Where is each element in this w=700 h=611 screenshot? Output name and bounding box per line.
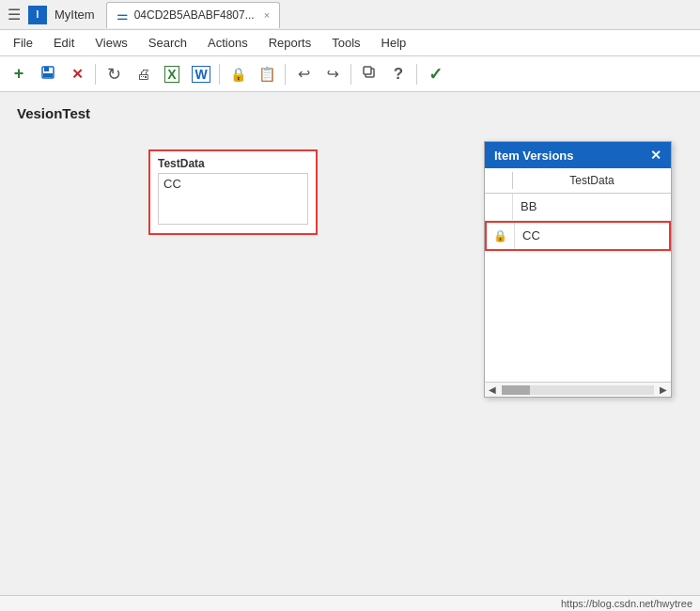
lock-icon: 🔒: [230, 67, 246, 82]
lock-small-icon: 🔒: [493, 229, 507, 243]
toolbar-separator-2: [219, 64, 220, 85]
svg-rect-1: [44, 67, 49, 71]
scrollbar-thumb: [502, 385, 530, 395]
testdata-label: TestData: [158, 157, 308, 170]
toolbar-separator-5: [416, 64, 417, 85]
toolbar-separator-3: [285, 64, 286, 85]
help-icon: ?: [394, 65, 403, 84]
doc-button[interactable]: 📋: [254, 61, 280, 87]
cancel-button[interactable]: ✕: [64, 61, 90, 87]
status-url: https://blog.csdn.net/hwytree: [561, 598, 692, 609]
menu-bar: File Edit Views Search Actions Reports T…: [0, 30, 700, 56]
scrollbar-track: [502, 385, 654, 395]
redo-button[interactable]: ↩: [319, 61, 346, 87]
versions-col-testdata-label: TestData: [513, 172, 671, 189]
active-tab[interactable]: ⚌ 04CD2B5ABABF4807... ×: [106, 2, 281, 28]
tab-close-button[interactable]: ×: [264, 9, 270, 21]
status-bar: https://blog.csdn.net/hwytree: [0, 595, 700, 611]
versions-col-spacer: [485, 172, 513, 189]
toolbar-separator-4: [350, 64, 351, 85]
versions-row-bb[interactable]: BB: [485, 194, 671, 221]
versions-column-header: TestData: [485, 168, 671, 194]
doc-icon: 📋: [258, 66, 276, 83]
page-title: VesionTest: [17, 105, 683, 121]
scrollbar-right-arrow[interactable]: ▶: [656, 384, 671, 395]
copy-icon: [362, 65, 377, 84]
tab-icon: ⚌: [117, 8, 129, 23]
main-content: VesionTest TestData Item Versions ✕ Test…: [0, 92, 700, 611]
menu-file[interactable]: File: [4, 33, 42, 53]
save-icon: [40, 65, 55, 84]
cancel-icon: ✕: [71, 66, 84, 83]
tab-title: 04CD2B5ABABF4807...: [134, 8, 255, 22]
print-icon: 🖨: [136, 66, 150, 82]
copy-button[interactable]: [356, 61, 382, 87]
help-button[interactable]: ?: [385, 61, 412, 87]
menu-views[interactable]: Views: [86, 33, 136, 53]
svg-rect-2: [43, 73, 53, 77]
menu-search[interactable]: Search: [139, 33, 196, 53]
versions-row-bb-value: BB: [513, 194, 671, 220]
versions-body: BB 🔒 CC: [485, 194, 671, 382]
menu-edit[interactable]: Edit: [44, 33, 84, 53]
redo-icon: ↩: [327, 65, 339, 83]
word-button[interactable]: W: [188, 61, 214, 87]
svg-rect-4: [364, 67, 371, 74]
excel-icon: X: [164, 66, 179, 83]
refresh-button[interactable]: ↻: [101, 61, 127, 87]
tab-bar: ⚌ 04CD2B5ABABF4807... ×: [106, 2, 281, 28]
versions-row-bb-icon: [485, 194, 513, 220]
check-icon: ✓: [428, 64, 443, 85]
form-area: TestData: [148, 149, 318, 235]
word-icon: W: [192, 66, 210, 83]
print-button[interactable]: 🖨: [130, 61, 156, 87]
undo-button[interactable]: ↩: [290, 61, 317, 87]
save-button[interactable]: [35, 61, 61, 87]
toolbar: + ✕ ↻ 🖨 X W 🔒 📋 ↩ ↩ ? ✓: [0, 56, 700, 92]
app-icon: I: [28, 6, 47, 24]
versions-scrollbar[interactable]: ◀ ▶: [485, 382, 671, 397]
testdata-field-group: TestData: [148, 149, 318, 235]
versions-panel-close-button[interactable]: ✕: [650, 148, 661, 163]
add-button[interactable]: +: [6, 61, 32, 87]
add-icon: +: [14, 64, 24, 84]
scrollbar-left-arrow[interactable]: ◀: [485, 384, 500, 395]
versions-panel-title: Item Versions: [494, 149, 574, 163]
app-branding: ☰ I MyItem: [8, 6, 95, 24]
versions-panel-header: Item Versions ✕: [485, 142, 671, 168]
versions-row-cc-icon: 🔒: [487, 223, 515, 249]
versions-row-cc-value: CC: [515, 223, 669, 249]
versions-row-cc[interactable]: 🔒 CC: [485, 221, 671, 251]
check-button[interactable]: ✓: [422, 61, 448, 87]
menu-actions[interactable]: Actions: [198, 33, 257, 53]
refresh-icon: ↻: [107, 64, 121, 85]
menu-help[interactable]: Help: [372, 33, 416, 53]
undo-icon: ↩: [298, 65, 310, 83]
menu-reports[interactable]: Reports: [259, 33, 321, 53]
title-bar: ☰ I MyItem ⚌ 04CD2B5ABABF4807... ×: [0, 0, 700, 30]
hamburger-icon[interactable]: ☰: [8, 6, 21, 24]
testdata-input[interactable]: [158, 173, 308, 225]
lock-button[interactable]: 🔒: [225, 61, 251, 87]
excel-button[interactable]: X: [159, 61, 185, 87]
menu-tools[interactable]: Tools: [322, 33, 369, 53]
versions-panel: Item Versions ✕ TestData BB 🔒 CC ◀: [484, 141, 672, 398]
toolbar-separator-1: [95, 64, 96, 85]
app-title: MyItem: [54, 8, 95, 22]
